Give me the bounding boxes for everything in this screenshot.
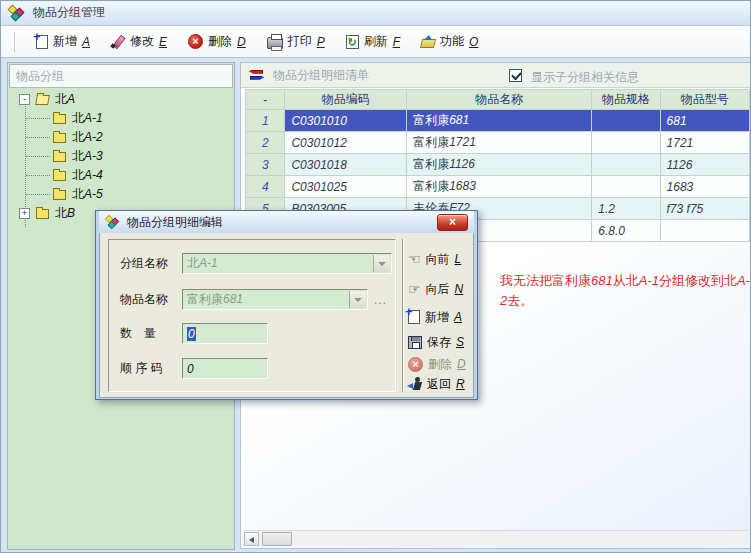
- table-row[interactable]: 1 C0301010 富利康681 681: [246, 110, 750, 132]
- app-icon: [8, 5, 25, 21]
- group-name-label: 分组名称: [120, 255, 180, 272]
- titlebar: 物品分组管理: [0, 0, 751, 26]
- quantity-label: 数 量: [120, 325, 180, 342]
- delete-icon: ×: [188, 34, 203, 49]
- return-button[interactable]: 返回R: [408, 374, 480, 394]
- dialog-title: 物品分组明细编辑: [127, 214, 223, 231]
- next-button[interactable]: ☞ 向后N: [408, 279, 480, 299]
- folder-icon: [53, 190, 66, 200]
- detail-list-icon: [249, 70, 264, 81]
- tree-node-beiA-2[interactable]: 北A-2: [8, 128, 234, 147]
- chevron-down-icon[interactable]: [349, 291, 366, 308]
- dialog-body: 分组名称 北A-1 物品名称 富利康681 ... 数 量 0 顺 序 码 0: [99, 233, 474, 398]
- toolbar-grip[interactable]: [12, 32, 15, 52]
- function-button[interactable]: 功能O: [417, 30, 482, 53]
- tree-node-beiA-3[interactable]: 北A-3: [8, 147, 234, 166]
- chevron-down-icon[interactable]: [373, 255, 390, 272]
- horizontal-scrollbar[interactable]: [243, 530, 748, 546]
- new-icon: [36, 35, 48, 49]
- printer-icon: [267, 37, 283, 49]
- group-name-combo[interactable]: 北A-1: [182, 253, 392, 274]
- show-subgroup-checkbox[interactable]: [509, 69, 522, 82]
- item-name-combo[interactable]: 富利康681: [182, 289, 368, 310]
- save-button[interactable]: 保存S: [408, 332, 480, 352]
- tree-panel-header: 物品分组: [9, 64, 233, 88]
- app-icon: [105, 215, 119, 229]
- annotation-text: 我无法把富利康681从北A-1分组修改到北A-2去。: [500, 271, 751, 311]
- exit-person-icon: [408, 377, 422, 391]
- delete-button[interactable]: × 删除D: [184, 30, 250, 53]
- save-icon: [408, 336, 422, 349]
- function-icon: [420, 39, 436, 48]
- hand-right-icon: ☞: [408, 282, 421, 296]
- folder-icon: [53, 152, 66, 162]
- dialog-separator: [402, 239, 404, 392]
- tree-node-beiA-1[interactable]: 北A-1: [8, 109, 234, 128]
- folder-icon: [53, 171, 66, 181]
- tree-node-beiA-4[interactable]: 北A-4: [8, 166, 234, 185]
- print-button[interactable]: 打印P: [263, 30, 329, 53]
- edit-dialog: 物品分组明细编辑 × 分组名称 北A-1 物品名称 富利康681 ... 数 量…: [95, 210, 478, 400]
- dialog-add-button[interactable]: 新增A: [408, 307, 480, 327]
- open-folder-icon: [35, 95, 50, 105]
- selected-text: 0: [187, 327, 196, 341]
- refresh-button[interactable]: ↻ 刷新F: [342, 30, 404, 53]
- table-row[interactable]: 2 C0301012 富利康1721 1721: [246, 132, 750, 154]
- close-button[interactable]: ×: [437, 214, 468, 231]
- table-header-row: - 物品编码 物品名称 物品规格 物品型号: [246, 90, 750, 110]
- browse-button[interactable]: ...: [374, 293, 387, 307]
- sequence-label: 顺 序 码: [120, 360, 180, 377]
- dialog-titlebar: 物品分组明细编辑: [99, 211, 474, 233]
- detail-panel-header: 物品分组明细清单 显示子分组相关信息: [241, 63, 750, 88]
- edit-button[interactable]: 修改E: [107, 30, 171, 53]
- folder-icon: [36, 209, 49, 219]
- sequence-input[interactable]: 0: [182, 358, 268, 379]
- window-title: 物品分组管理: [33, 4, 105, 21]
- item-name-label: 物品名称: [120, 291, 180, 308]
- dialog-delete-button[interactable]: × 删除D: [408, 354, 480, 374]
- scrollbar-thumb[interactable]: [262, 532, 292, 546]
- scroll-left-button[interactable]: [244, 532, 259, 546]
- quantity-input[interactable]: 0: [182, 323, 268, 344]
- collapse-toggle-icon[interactable]: -: [19, 94, 30, 105]
- delete-icon: ×: [408, 357, 423, 372]
- tree-node-beiA[interactable]: - 北A: [8, 90, 234, 109]
- folder-icon: [53, 114, 66, 124]
- expand-toggle-icon[interactable]: +: [19, 208, 30, 219]
- detail-panel-title: 物品分组明细清单: [273, 67, 369, 84]
- edit-icon: [111, 35, 125, 49]
- tree-node-beiA-5[interactable]: 北A-5: [8, 185, 234, 204]
- table-row[interactable]: 4 C0301025 富利康1683 1683: [246, 176, 750, 198]
- folder-icon: [53, 133, 66, 143]
- add-button[interactable]: 新增A: [32, 30, 94, 53]
- refresh-icon: ↻: [346, 35, 359, 49]
- toolbar: 新增A 修改E × 删除D 打印P ↻ 刷新F 功能O: [0, 26, 751, 58]
- table-row[interactable]: 3 C0301018 富利康1126 1126: [246, 154, 750, 176]
- show-subgroup-label: 显示子分组相关信息: [531, 69, 639, 86]
- previous-button[interactable]: ☜ 向前L: [408, 249, 480, 269]
- new-icon: [408, 310, 420, 324]
- hand-left-icon: ☜: [408, 252, 421, 266]
